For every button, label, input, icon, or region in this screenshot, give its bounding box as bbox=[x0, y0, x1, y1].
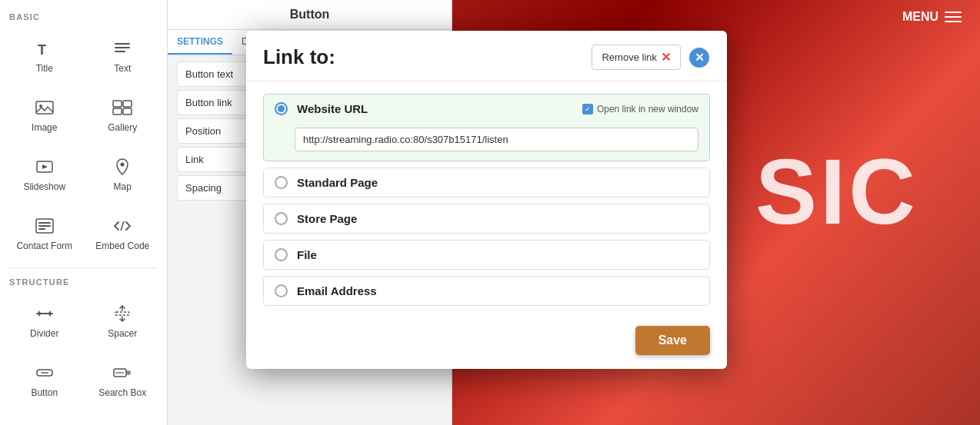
menu-label: MENU bbox=[902, 10, 938, 24]
sidebar-item-search-box[interactable]: Search Box bbox=[85, 350, 162, 408]
gallery-icon bbox=[112, 97, 133, 118]
sidebar-basic-grid: T Title Text bbox=[3, 25, 164, 263]
svg-rect-1 bbox=[115, 43, 130, 45]
tab-settings[interactable]: SETTINGS bbox=[168, 30, 232, 55]
link-option-store-page-label: Store Page bbox=[297, 212, 698, 225]
menu-line-2 bbox=[945, 16, 962, 18]
sidebar-item-gallery[interactable]: Gallery bbox=[85, 85, 162, 143]
section-label-structure: STRUCTURE bbox=[3, 273, 164, 290]
svg-rect-16 bbox=[38, 228, 45, 230]
url-input[interactable] bbox=[295, 128, 698, 151]
center-panel-title: Button bbox=[168, 0, 452, 30]
link-option-website-url[interactable]: Website URL ✓ Open link in new window bbox=[263, 94, 710, 161]
sidebar-item-search-box-label: Search Box bbox=[98, 387, 146, 398]
radio-website-url[interactable] bbox=[275, 102, 288, 115]
link-option-email-address-label: Email Address bbox=[297, 284, 698, 297]
link-option-store-page[interactable]: Store Page bbox=[263, 204, 710, 234]
modal-link-to: Link to: Remove link ✕ ✕ Website URL ✓ O… bbox=[246, 31, 727, 369]
link-option-website-url-header: Website URL ✓ Open link in new window bbox=[264, 95, 709, 123]
radio-inner-website-url bbox=[278, 105, 285, 112]
sidebar-item-contact-form-label: Contact Form bbox=[16, 241, 72, 251]
svg-rect-9 bbox=[123, 108, 132, 115]
svg-rect-6 bbox=[113, 101, 122, 107]
menu-line-3 bbox=[945, 21, 962, 22]
hamburger-icon bbox=[945, 12, 962, 22]
svg-rect-20 bbox=[115, 312, 129, 315]
svg-line-17 bbox=[121, 221, 124, 231]
sidebar-item-map[interactable]: Map bbox=[85, 144, 162, 202]
link-option-file-header: File bbox=[264, 241, 709, 269]
link-option-standard-page-label: Standard Page bbox=[297, 176, 698, 189]
link-option-standard-page-header: Standard Page bbox=[264, 168, 709, 197]
sidebar-item-divider[interactable]: Divider bbox=[6, 291, 83, 349]
sidebar-item-embed-code-label: Embed Code bbox=[95, 241, 149, 251]
button-icon bbox=[34, 362, 55, 383]
modal-title: Link to: bbox=[263, 45, 335, 69]
svg-rect-4 bbox=[36, 101, 53, 114]
remove-link-button[interactable]: Remove link ✕ bbox=[592, 45, 681, 70]
sidebar-item-button[interactable]: Button bbox=[6, 350, 83, 408]
radio-store-page[interactable] bbox=[275, 212, 288, 225]
text-icon bbox=[112, 38, 133, 59]
sidebar-item-spacer[interactable]: Spacer bbox=[85, 291, 162, 349]
sidebar-item-title-label: Title bbox=[36, 63, 53, 74]
link-option-store-page-header: Store Page bbox=[264, 204, 709, 233]
link-option-email-address[interactable]: Email Address bbox=[263, 276, 710, 306]
slideshow-icon bbox=[34, 156, 55, 178]
sidebar-item-title[interactable]: T Title bbox=[6, 26, 83, 84]
svg-marker-19 bbox=[48, 310, 51, 317]
svg-rect-14 bbox=[38, 222, 51, 224]
svg-rect-3 bbox=[115, 51, 125, 52]
spacer-icon bbox=[112, 303, 133, 324]
svg-rect-8 bbox=[113, 108, 122, 115]
menu-button[interactable]: MENU bbox=[902, 10, 962, 24]
map-icon bbox=[112, 156, 133, 178]
link-option-file-label: File bbox=[297, 248, 698, 261]
contact-form-icon bbox=[34, 215, 55, 237]
svg-marker-18 bbox=[38, 310, 42, 317]
svg-rect-2 bbox=[115, 47, 130, 48]
sidebar-item-button-label: Button bbox=[31, 387, 58, 398]
link-option-standard-page[interactable]: Standard Page bbox=[263, 168, 710, 198]
modal-header: Link to: Remove link ✕ ✕ bbox=[246, 31, 727, 81]
sidebar-item-slideshow-label: Slideshow bbox=[23, 181, 65, 192]
url-input-wrapper bbox=[264, 123, 709, 161]
sidebar-item-spacer-label: Spacer bbox=[108, 328, 137, 339]
sidebar-item-embed-code[interactable]: Embed Code bbox=[85, 204, 162, 261]
svg-marker-11 bbox=[42, 164, 48, 169]
sidebar-item-slideshow[interactable]: Slideshow bbox=[6, 144, 83, 202]
sidebar-item-image-label: Image bbox=[32, 122, 57, 133]
sidebar-divider-1 bbox=[9, 267, 158, 268]
title-icon: T bbox=[34, 38, 55, 59]
remove-link-icon: ✕ bbox=[661, 50, 671, 65]
sidebar-item-contact-form[interactable]: Contact Form bbox=[6, 204, 83, 261]
radio-email-address[interactable] bbox=[275, 284, 288, 297]
svg-point-24 bbox=[126, 370, 131, 375]
sidebar-structure-grid: Divider Spacer Button bbox=[3, 290, 164, 410]
sidebar-item-map-label: Map bbox=[114, 181, 132, 192]
sidebar-item-text[interactable]: Text bbox=[85, 26, 162, 84]
link-option-file[interactable]: File bbox=[263, 240, 710, 270]
link-option-email-address-header: Email Address bbox=[264, 277, 709, 305]
open-new-window-wrapper: ✓ Open link in new window bbox=[582, 104, 698, 115]
svg-text:T: T bbox=[38, 42, 46, 58]
new-window-checkbox[interactable]: ✓ bbox=[582, 104, 593, 115]
section-label-basic: BASIC bbox=[3, 8, 164, 25]
sidebar-item-gallery-label: Gallery bbox=[108, 122, 137, 133]
embed-code-icon bbox=[112, 215, 133, 237]
sidebar-item-divider-label: Divider bbox=[30, 328, 58, 339]
save-button[interactable]: Save bbox=[635, 326, 710, 355]
radio-file[interactable] bbox=[275, 248, 288, 261]
close-icon: ✕ bbox=[689, 48, 709, 68]
modal-footer: Save bbox=[246, 326, 727, 369]
image-icon bbox=[34, 97, 55, 118]
svg-rect-7 bbox=[123, 101, 132, 107]
modal-close-button[interactable]: ✕ bbox=[688, 47, 710, 68]
radio-standard-page[interactable] bbox=[275, 176, 288, 189]
modal-body: Website URL ✓ Open link in new window St… bbox=[246, 81, 727, 326]
hero-text: SIC bbox=[755, 138, 918, 244]
sidebar-item-image[interactable]: Image bbox=[6, 85, 83, 143]
svg-point-12 bbox=[121, 162, 125, 166]
new-window-label: Open link in new window bbox=[597, 104, 698, 115]
search-box-icon bbox=[112, 362, 133, 383]
